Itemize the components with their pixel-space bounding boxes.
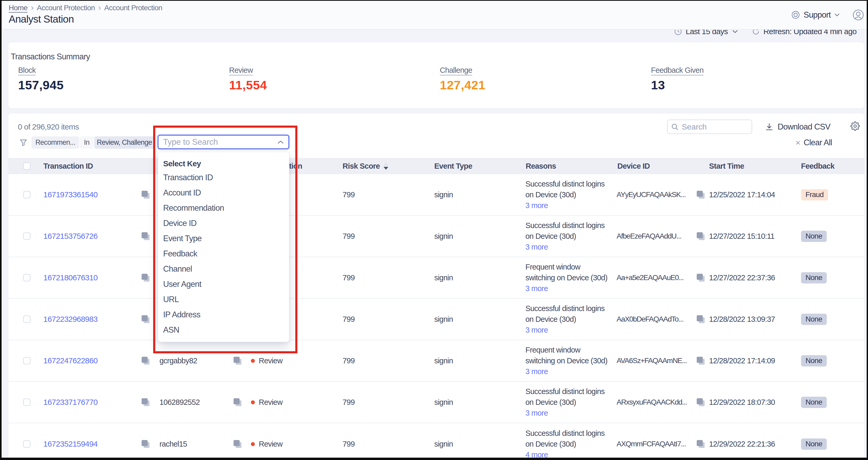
sort-descending-icon [383, 163, 388, 170]
transaction-id-link[interactable]: 1672232968983 [43, 315, 98, 324]
transaction-id-link[interactable]: 1671973361540 [43, 190, 98, 199]
copy-icon[interactable] [697, 191, 705, 198]
feedback-badge: None [801, 272, 827, 283]
filter-chip-field[interactable]: Recommen... [32, 136, 79, 149]
key-option-user-agent[interactable]: User Agent [158, 277, 289, 292]
key-option-asn[interactable]: ASN [158, 323, 289, 338]
copy-icon[interactable] [142, 274, 150, 282]
risk-score-cell: 799 [343, 340, 355, 381]
key-option-transaction-id[interactable]: Transaction ID [158, 170, 289, 185]
key-option-channel[interactable]: Channel [158, 262, 289, 277]
copy-icon[interactable] [234, 398, 242, 406]
breadcrumb-account-protection[interactable]: Account Protection [37, 4, 95, 12]
user-avatar[interactable] [852, 9, 864, 21]
device-id-cell: AYyEyUCFAQAAkSK... [617, 174, 693, 215]
support-menu[interactable]: Support [791, 10, 840, 20]
stat-block-label[interactable]: Block [18, 66, 36, 74]
stat-feedback-given-value: 13 [651, 78, 665, 92]
copy-icon[interactable] [697, 274, 705, 282]
more-reasons-link[interactable]: 3 more [525, 366, 548, 377]
row-checkbox[interactable] [23, 216, 30, 257]
table-body: 1671973361540 799 signin Successful dist… [8, 174, 864, 460]
download-csv-button[interactable]: Download CSV [765, 120, 831, 134]
copy-icon[interactable] [142, 232, 150, 240]
row-checkbox[interactable] [23, 174, 30, 215]
copy-icon[interactable] [697, 232, 705, 240]
transaction-id-link[interactable]: 1672247622860 [43, 356, 98, 365]
breadcrumb-home-link[interactable]: Home [9, 4, 28, 12]
more-reasons-link[interactable]: 3 more [525, 325, 548, 335]
table-row: 1672232968983 799 signin Successful dist… [8, 299, 864, 340]
gear-icon [850, 121, 860, 131]
start-time-cell: 12/29/2022 18:07:30 [709, 382, 775, 423]
transaction-id-link[interactable]: 1672352159494 [43, 439, 98, 449]
start-time-cell: 12/28/2022 13:09:37 [709, 299, 775, 340]
stat-challenge-label[interactable]: Challenge [440, 66, 472, 74]
row-checkbox[interactable] [23, 257, 30, 298]
clear-all-button[interactable]: × Clear All [796, 136, 832, 149]
key-option-device-id[interactable]: Device ID [158, 216, 289, 231]
filter-funnel-icon[interactable] [20, 139, 27, 147]
column-header-event-type[interactable]: Event Type [434, 158, 472, 174]
table-settings-button[interactable] [850, 121, 860, 131]
column-header-transaction-id[interactable]: Transaction ID [43, 158, 93, 174]
event-type-cell: signin [434, 257, 453, 298]
reasons-cell: Successful distinct logins on Device (30… [525, 216, 605, 257]
table-search [667, 120, 752, 134]
search-input[interactable] [682, 122, 748, 131]
copy-icon[interactable] [142, 315, 150, 323]
row-checkbox[interactable] [23, 340, 30, 381]
more-reasons-link[interactable]: 3 more [525, 242, 548, 252]
key-option-url[interactable]: URL [158, 292, 289, 307]
column-header-risk-score[interactable]: Risk Score [343, 158, 388, 174]
filter-chip-values[interactable]: Review, Challenge [94, 136, 154, 149]
more-reasons-link[interactable]: 3 more [525, 200, 548, 211]
key-option-event-type[interactable]: Event Type [158, 231, 289, 246]
copy-icon[interactable] [697, 398, 705, 406]
transaction-id-link[interactable]: 1672153756726 [43, 232, 98, 241]
key-option-ip-address[interactable]: IP Address [158, 307, 289, 323]
search-key-input[interactable] [163, 137, 277, 147]
copy-icon[interactable] [142, 440, 150, 448]
column-header-reasons[interactable]: Reasons [526, 158, 556, 174]
column-header-device-id[interactable]: Device ID [617, 158, 650, 174]
row-checkbox[interactable] [23, 423, 30, 460]
device-id-cell: AXQmmFCFAQAAtI7... [617, 423, 693, 460]
select-all-checkbox[interactable] [23, 158, 30, 174]
more-reasons-link[interactable]: 3 more [525, 283, 548, 294]
key-option-account-id[interactable]: Account ID [158, 185, 289, 201]
more-reasons-link[interactable]: 3 more [525, 408, 548, 419]
row-checkbox[interactable] [23, 382, 30, 423]
key-option-recommendation[interactable]: Recommendation [158, 201, 289, 216]
stat-feedback-given-label[interactable]: Feedback Given [651, 66, 704, 74]
copy-icon[interactable] [697, 357, 705, 365]
download-icon [765, 123, 773, 131]
key-option-feedback[interactable]: Feedback [158, 246, 289, 262]
reasons-cell: Successful distinct logins on Device (30… [525, 423, 605, 460]
copy-icon[interactable] [234, 357, 242, 365]
column-header-start-time[interactable]: Start Time [709, 158, 744, 174]
copy-icon[interactable] [142, 191, 150, 198]
copy-icon[interactable] [142, 398, 150, 406]
stat-challenge-value: 127,421 [440, 78, 485, 92]
filter-bar: Recommen... In Review, Challenge [20, 136, 155, 149]
feedback-badge: None [801, 355, 827, 366]
filter-chip-operator[interactable]: In [80, 136, 94, 149]
column-header-feedback[interactable]: Feedback [801, 158, 834, 174]
transaction-id-link[interactable]: 1672180676310 [43, 273, 98, 282]
row-checkbox[interactable] [23, 299, 30, 340]
reasons-cell: Successful distinct logins on Device (30… [525, 174, 605, 215]
copy-icon[interactable] [142, 357, 150, 365]
screenshot-frame [0, 458, 868, 460]
transaction-id-link[interactable]: 1672337176770 [43, 398, 98, 407]
event-type-cell: signin [434, 216, 453, 257]
device-id-cell: AaX0bDeFAQAAdTo... [617, 299, 693, 340]
copy-icon[interactable] [234, 440, 242, 448]
app-header: Home › Account Protection › Account Prot… [0, 0, 868, 30]
stat-review-label[interactable]: Review [229, 66, 253, 74]
screenshot-frame [0, 0, 868, 1]
copy-icon[interactable] [697, 315, 705, 323]
device-id-cell: AVA6Sz+FAQAAmNE... [617, 340, 693, 381]
copy-icon[interactable] [697, 440, 705, 448]
table-row: 1671973361540 799 signin Successful dist… [8, 174, 864, 216]
